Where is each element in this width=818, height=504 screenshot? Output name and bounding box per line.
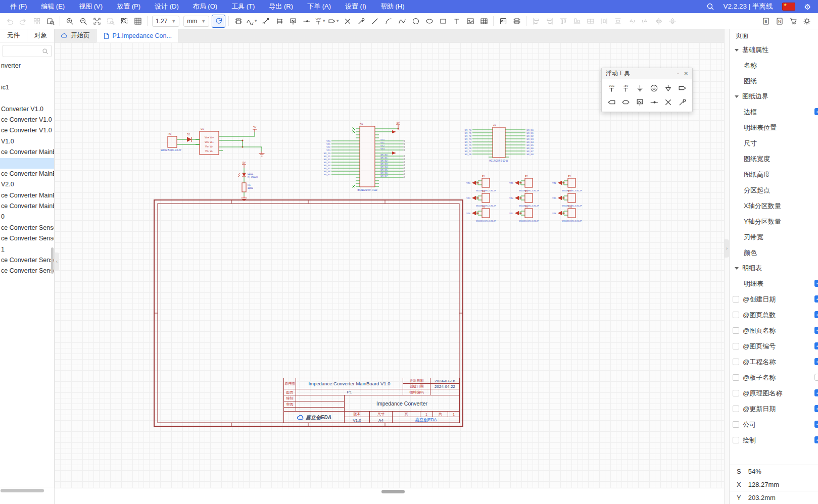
wire-button[interactable]: ▼ (246, 15, 258, 28)
toggle-checkbox[interactable]: ✓ (814, 327, 818, 334)
zoom-in-button[interactable] (63, 15, 76, 28)
power-flag-button[interactable]: VCC▼ (314, 15, 326, 28)
probe-button[interactable] (355, 15, 367, 28)
list-item[interactable] (0, 71, 54, 82)
section-header[interactable]: 明细表 (730, 261, 818, 276)
checkbox[interactable] (733, 421, 739, 428)
list-item[interactable]: Converter V1.0 (0, 104, 54, 115)
menu-tools[interactable]: 工具 (T) (224, 2, 262, 11)
doc-tab-home[interactable]: 开始页 (55, 29, 97, 42)
bus-entry-button[interactable] (259, 15, 272, 28)
rectangle-button[interactable] (437, 15, 449, 28)
net-flag-button[interactable] (300, 15, 313, 28)
netlist-button[interactable] (510, 15, 523, 28)
china-flag-icon[interactable]: ★ (782, 3, 795, 11)
list-item[interactable]: 1 (0, 244, 54, 255)
checkbox[interactable] (733, 327, 739, 334)
list-item[interactable]: V1.0 (0, 136, 54, 147)
checkbox[interactable] (733, 437, 739, 443)
doc-tab-sheet[interactable]: P1.Impedance Con... (97, 29, 178, 42)
zoom-fit-button[interactable] (90, 15, 103, 28)
checkbox[interactable] (733, 296, 739, 303)
right-panel-collapse-handle[interactable]: › (725, 239, 729, 258)
list-item[interactable]: ce Converter Sensor (0, 233, 54, 244)
grid-size-select[interactable]: 1.27▼ (152, 16, 179, 27)
ellipse-button[interactable] (423, 15, 436, 28)
toggle-checkbox[interactable]: ✓ (814, 311, 818, 318)
list-item[interactable]: ce Converter Sensor (0, 266, 54, 276)
place-symbol-button[interactable] (232, 15, 245, 28)
close-icon[interactable]: ✕ (684, 71, 688, 76)
gear-icon[interactable]: ⚙ (804, 3, 811, 11)
list-item[interactable]: ce Converter MainBo (0, 169, 54, 179)
no-connect-button[interactable] (341, 15, 354, 28)
no-connect-button[interactable] (661, 95, 675, 109)
list-item[interactable]: ce Converter Sensor (0, 255, 54, 266)
list-item[interactable]: ce Converter MainBo (0, 201, 54, 212)
list-item[interactable]: ce Converter V1.0 (0, 115, 54, 125)
canvas-hscrollbar[interactable] (381, 490, 405, 493)
list-item[interactable]: ce Converter V1.0 (0, 125, 54, 136)
menu-edit[interactable]: 编辑 (E) (34, 2, 72, 11)
list-item[interactable]: V2.0 (0, 179, 54, 190)
search-icon[interactable] (706, 3, 714, 11)
schematic-canvas[interactable]: P6WDR2.54RC-1.8-2PD1U1Vin+ Vo+Vin+ Vo+Vi… (55, 42, 724, 488)
menu-layout[interactable]: 布局 (O) (186, 2, 224, 11)
net-flag-button[interactable] (647, 95, 661, 109)
line-button[interactable] (368, 15, 381, 28)
image-button[interactable] (464, 15, 476, 28)
bezier-button[interactable] (396, 15, 408, 28)
component-search-button[interactable] (44, 15, 57, 28)
net-label-button[interactable] (286, 15, 299, 28)
zoom-selection-button[interactable] (118, 15, 130, 28)
section-header[interactable]: 基础属性 (730, 42, 818, 58)
menu-view[interactable]: 视图 (V) (72, 2, 110, 11)
list-item[interactable]: ce Converter MainBo (0, 190, 54, 201)
zoom-out-button[interactable] (77, 15, 89, 28)
toggle-checkbox[interactable]: ✓ (814, 295, 818, 303)
menu-place[interactable]: 放置 (P) (110, 2, 148, 11)
doc-b-button[interactable]: B (759, 15, 772, 28)
checkbox[interactable] (733, 390, 739, 396)
menu-help[interactable]: 帮助 (H) (373, 2, 412, 11)
list-item[interactable]: ce Converter Sensor (0, 223, 54, 233)
port-left-button[interactable] (605, 95, 619, 109)
tab-objects[interactable]: 对象 (27, 29, 54, 42)
bom-button[interactable] (497, 15, 509, 28)
tab-components[interactable]: 元件 (0, 29, 27, 42)
toggle-checkbox[interactable]: ✓ (814, 389, 818, 396)
unit-select[interactable]: mm▼ (183, 16, 209, 27)
bus-branch-button[interactable] (273, 15, 285, 28)
left-panel-collapse-handle[interactable]: ‹ (55, 253, 59, 271)
menu-order[interactable]: 下单 (A) (300, 2, 338, 11)
list-item[interactable]: nverter (0, 61, 54, 71)
menu-design[interactable]: 设计 (D) (148, 2, 186, 11)
arc-button[interactable] (382, 15, 395, 28)
list-item[interactable]: 0 (0, 212, 54, 222)
table-button[interactable] (477, 15, 490, 28)
toggle-checkbox[interactable]: ✓ (814, 421, 818, 428)
menu-settings[interactable]: 设置 (I) (338, 2, 373, 11)
list-item[interactable] (0, 158, 54, 169)
search-input[interactable] (3, 47, 42, 55)
signal-gnd-button[interactable] (661, 81, 675, 95)
list-item[interactable]: ic1 (0, 82, 54, 93)
circle-button[interactable] (409, 15, 422, 28)
cart-button[interactable] (787, 15, 799, 28)
toggle-checkbox[interactable]: ✓ (814, 374, 818, 381)
tb-footer-link[interactable]: 嘉立创EDA (393, 417, 459, 423)
menu-file[interactable]: 件 (F) (3, 2, 34, 11)
checkbox[interactable] (733, 312, 739, 318)
library-settings-button[interactable] (800, 15, 813, 28)
floating-tools-window[interactable]: 浮动工具 ▫ ✕ VCC+5V (601, 68, 693, 112)
toggle-checkbox[interactable]: ✓ (814, 342, 818, 349)
toggle-checkbox[interactable]: ✓ (814, 358, 818, 365)
toggle-checkbox[interactable]: ✓ (814, 280, 818, 287)
port-right-button[interactable] (675, 81, 689, 95)
port-bi-button[interactable] (619, 95, 633, 109)
probe-button[interactable] (675, 95, 689, 109)
port-button[interactable]: ▼ (327, 15, 340, 28)
sidebar-hscrollbar[interactable] (1, 489, 44, 492)
toggle-checkbox[interactable]: ✓ (814, 436, 818, 443)
sidebar-vscrollbar[interactable] (51, 247, 54, 274)
